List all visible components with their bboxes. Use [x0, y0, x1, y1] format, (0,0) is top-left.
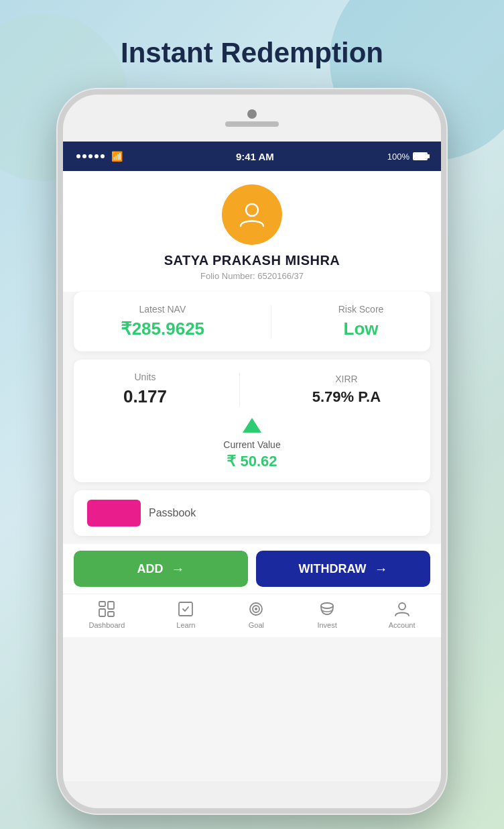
add-arrow-icon: →: [172, 561, 185, 577]
risk-stat: Risk Score Low: [338, 304, 384, 339]
nav-stat: Latest NAV ₹285.9625: [121, 304, 204, 339]
passbook-section[interactable]: Passbook: [74, 490, 430, 536]
svg-rect-1: [99, 602, 105, 606]
nav-item-goal[interactable]: Goal: [247, 600, 265, 629]
app-content: SATYA PRAKASH MISHRA Folio Number: 65201…: [63, 171, 441, 781]
speaker-icon: [225, 121, 279, 127]
nav-label-goal: Goal: [249, 621, 264, 629]
nav-item-invest[interactable]: Invest: [317, 600, 336, 629]
add-button[interactable]: ADD →: [74, 551, 248, 587]
svg-point-8: [255, 608, 257, 610]
camera-icon: [247, 109, 257, 119]
current-value-section: Current Value ₹ 50.62: [87, 418, 417, 470]
user-name: SATYA PRAKASH MISHRA: [164, 253, 340, 268]
xirr-stat: XIRR 5.79% P.A: [312, 374, 381, 406]
nav-label-invest: Invest: [317, 621, 336, 629]
arrow-up-icon: [243, 418, 261, 433]
status-left: 📶: [76, 151, 123, 162]
current-value-label: Current Value: [223, 439, 280, 450]
units-xirr-card: Units 0.177 XIRR 5.79% P.A Current Value…: [74, 360, 430, 482]
nav-risk-card: Latest NAV ₹285.9625 Risk Score Low: [74, 292, 430, 351]
nav-item-learn[interactable]: Learn: [176, 600, 195, 629]
learn-icon: [176, 600, 195, 618]
units-value: 0.177: [123, 386, 167, 407]
battery-icon: [413, 152, 428, 160]
units-label: Units: [135, 372, 156, 382]
nav-label-dashboard: Dashboard: [88, 621, 125, 629]
nav-label: Latest NAV: [139, 304, 186, 315]
profile-section: SATYA PRAKASH MISHRA Folio Number: 65201…: [63, 171, 441, 292]
status-bar: 📶 9:41 AM 100%: [63, 142, 441, 171]
phone-frame: 📶 9:41 AM 100% SATYA PRAKASH MISHRA Foli…: [58, 89, 446, 814]
stat-divider: [271, 305, 271, 339]
nav-item-dashboard[interactable]: Dashboard: [88, 600, 125, 629]
svg-rect-5: [179, 602, 192, 616]
invest-icon: [318, 600, 336, 618]
risk-label: Risk Score: [338, 304, 384, 315]
nav-value: ₹285.9625: [121, 319, 204, 339]
phone-bottom: [63, 781, 441, 808]
nav-label-learn: Learn: [176, 621, 195, 629]
xirr-value: 5.79% P.A: [312, 388, 381, 406]
phone-top: [63, 95, 441, 142]
units-stat: Units 0.177: [123, 372, 167, 407]
svg-point-0: [246, 204, 258, 216]
folio-number: Folio Number: 6520166/37: [200, 271, 304, 281]
account-icon: [393, 600, 412, 618]
xirr-label: XIRR: [335, 374, 357, 384]
stat-divider2: [239, 373, 240, 406]
nav-label-account: Account: [389, 621, 416, 629]
avatar: [222, 184, 282, 245]
withdraw-arrow-icon: →: [374, 561, 387, 577]
bottom-buttons: ADD → WITHDRAW →: [63, 544, 441, 594]
passbook-tab: [87, 500, 141, 527]
svg-rect-4: [108, 612, 114, 616]
bottom-nav: Dashboard Learn Goal: [63, 594, 441, 637]
svg-point-9: [321, 603, 333, 608]
svg-rect-3: [108, 602, 114, 609]
withdraw-button[interactable]: WITHDRAW →: [256, 551, 430, 587]
signal-dots: [76, 154, 105, 158]
passbook-label: Passbook: [149, 507, 196, 519]
wifi-icon: 📶: [111, 151, 123, 162]
battery-percentage: 100%: [387, 152, 410, 162]
goal-icon: [247, 600, 265, 618]
dashboard-icon: [97, 600, 116, 618]
svg-rect-2: [99, 609, 105, 616]
svg-point-10: [399, 603, 405, 610]
status-right: 100%: [387, 152, 428, 162]
nav-item-account[interactable]: Account: [389, 600, 416, 629]
risk-value: Low: [344, 319, 379, 339]
status-time: 9:41 AM: [236, 151, 274, 162]
page-title: Instant Redemption: [121, 37, 383, 69]
current-value-amount: ₹ 50.62: [227, 453, 277, 470]
